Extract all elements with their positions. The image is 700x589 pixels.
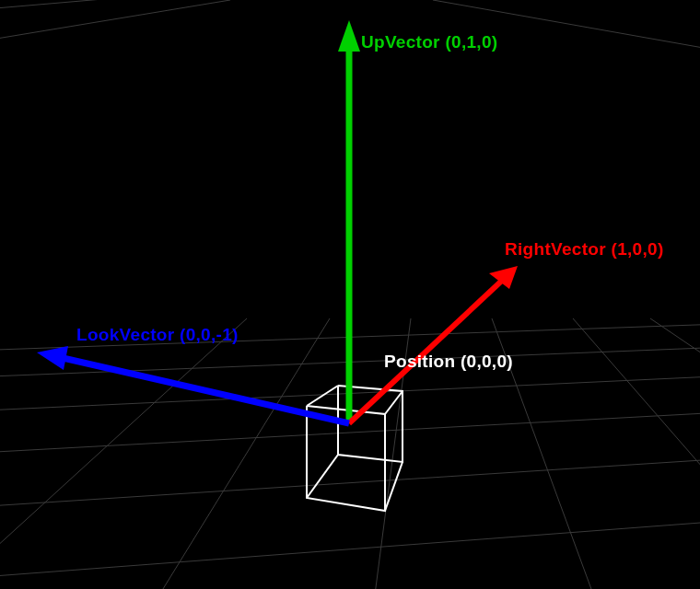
position-label: Position (0,0,0) bbox=[384, 352, 513, 372]
svg-line-21 bbox=[349, 278, 505, 423]
scene-svg bbox=[0, 0, 700, 589]
up-vector-arrow bbox=[338, 20, 360, 423]
svg-line-12 bbox=[0, 0, 230, 44]
svg-line-11 bbox=[650, 318, 700, 589]
right-vector-arrow bbox=[349, 266, 518, 423]
svg-marker-20 bbox=[338, 20, 360, 52]
coordinate-frame-diagram: UpVector (0,1,0) RightVector (1,0,0) Loo… bbox=[0, 0, 700, 589]
svg-marker-24 bbox=[37, 346, 68, 370]
svg-line-17 bbox=[385, 462, 402, 511]
svg-line-13 bbox=[0, 0, 700, 11]
svg-line-7 bbox=[129, 318, 330, 589]
svg-line-1 bbox=[0, 456, 700, 509]
svg-line-10 bbox=[573, 318, 700, 589]
look-vector-label: LookVector (0,0,-1) bbox=[76, 325, 239, 345]
svg-line-23 bbox=[59, 357, 349, 423]
svg-line-6 bbox=[0, 318, 247, 589]
look-vector-arrow bbox=[37, 346, 349, 423]
up-vector-label: UpVector (0,1,0) bbox=[361, 32, 497, 52]
svg-line-16 bbox=[307, 455, 338, 498]
svg-line-0 bbox=[0, 517, 700, 580]
right-vector-label: RightVector (1,0,0) bbox=[505, 239, 664, 260]
svg-line-15 bbox=[307, 386, 338, 406]
